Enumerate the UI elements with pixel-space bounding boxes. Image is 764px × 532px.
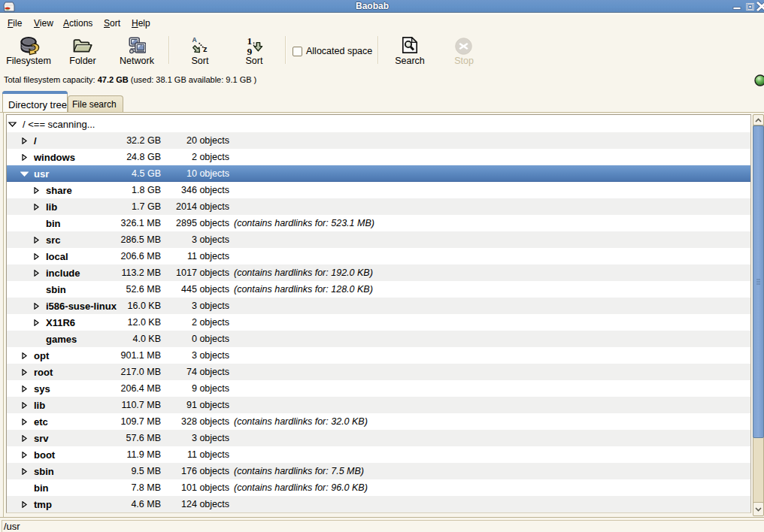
svg-text:A: A	[193, 36, 197, 44]
svg-text:1: 1	[247, 36, 253, 47]
svg-text:z: z	[203, 44, 208, 53]
svg-text:9: 9	[247, 46, 252, 56]
